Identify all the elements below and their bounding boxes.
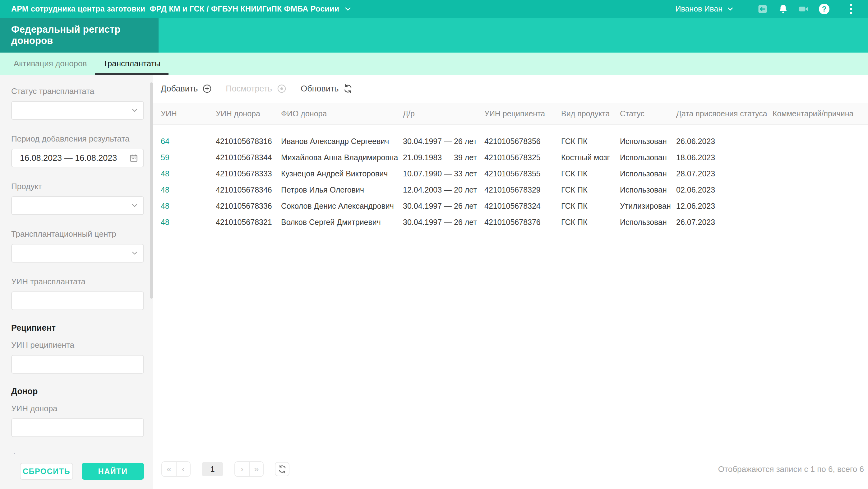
col-birth[interactable]: Д/р <box>403 109 484 118</box>
table-row[interactable]: 59 4210105678344 Михайлова Анна Владимир… <box>161 149 868 166</box>
table-row[interactable]: 48 4210105678336 Соколов Денис Александр… <box>161 198 868 214</box>
search-button[interactable]: НАЙТИ <box>82 463 144 480</box>
view-button[interactable]: Посмотреть <box>226 83 287 94</box>
bell-icon[interactable] <box>777 3 789 15</box>
col-status[interactable]: Статус <box>620 109 676 118</box>
status-cell: Использован <box>620 137 676 146</box>
birth-cell: 30.04.1997 — 26 лет <box>403 202 484 210</box>
birth-cell: 21.09.1983 — 39 лет <box>403 153 484 162</box>
donor-uin-cell: 4210105678316 <box>216 137 281 146</box>
uin-link[interactable]: 48 <box>161 218 216 227</box>
calendar-icon[interactable] <box>129 153 138 163</box>
result-period-input[interactable] <box>11 149 144 167</box>
col-donor-uin[interactable]: УИН донора <box>216 109 281 118</box>
transplant-status-select[interactable] <box>11 101 144 120</box>
current-page-button[interactable]: 1 <box>202 462 223 476</box>
uin-donor-label: УИН донора <box>11 404 144 413</box>
recipient-section-title: Реципиент <box>11 323 144 333</box>
donor-name-cell: Петров Илья Олегович <box>281 185 403 194</box>
donor-name-cell: Кузнецов Андрей Викторович <box>281 169 403 178</box>
donor-uin-cell: 4210105678321 <box>216 218 281 227</box>
col-product[interactable]: Вид продукта <box>561 109 620 118</box>
uin-link[interactable]: 48 <box>161 185 216 194</box>
uin-link[interactable]: 48 <box>161 169 216 178</box>
plus-circle-icon <box>202 84 212 94</box>
donor-name-cell: Волков Сергей Дмитриевич <box>281 218 403 227</box>
records-info: Отображаются записи с 1 по 6, всего 6 <box>718 464 864 474</box>
status-date-cell: 28.07.2023 <box>676 169 773 178</box>
product-select[interactable] <box>11 196 144 215</box>
product-cell: ГСК ПК <box>561 169 620 178</box>
result-period-label: Период добавления результата <box>11 134 144 144</box>
user-menu[interactable]: Иванов Иван <box>676 4 735 13</box>
table-row[interactable]: 64 4210105678316 Иванов Александр Сергее… <box>161 133 868 149</box>
uin-transplant-input[interactable] <box>11 291 144 310</box>
donor-section-title: Донор <box>11 387 144 396</box>
page-header-box: Федеральный регистр доноров <box>0 18 159 53</box>
topbar-actions: Иванов Иван ? <box>676 3 857 15</box>
col-status-date[interactable]: Дата присвоения статуса <box>676 109 773 118</box>
uin-recipient-input[interactable] <box>11 355 144 374</box>
product-cell: Костный мозг <box>561 153 620 162</box>
transplant-center-select[interactable] <box>11 244 144 262</box>
col-donor-name[interactable]: ФИО донора <box>281 109 403 118</box>
col-recipient-uin[interactable]: УИН реципиента <box>484 109 561 118</box>
status-date-cell: 02.06.2023 <box>676 185 773 194</box>
birth-cell: 30.04.1997 — 26 лет <box>403 218 484 227</box>
sidebar-scrollbar[interactable] <box>150 82 153 298</box>
recipient-uin-cell: 4210105678325 <box>484 153 561 162</box>
next-page-button[interactable]: › <box>235 462 249 476</box>
birth-cell: 30.04.1997 — 26 лет <box>403 137 484 146</box>
prev-page-button[interactable]: ‹ <box>176 462 190 476</box>
tab-transplants[interactable]: Трансплантаты <box>95 53 168 75</box>
eye-icon <box>276 83 287 94</box>
uin-donor-input[interactable] <box>11 419 144 437</box>
filter-actions: СБРОСИТЬ НАЙТИ <box>0 454 153 489</box>
status-cell: Использован <box>620 218 676 227</box>
col-uin[interactable]: УИН <box>161 109 216 118</box>
uin-link[interactable]: 48 <box>161 202 216 210</box>
recipient-uin-cell: 4210105678355 <box>484 169 561 178</box>
donor-uin-cell: 4210105678346 <box>216 185 281 194</box>
pagination-forward-group: › » <box>235 461 264 477</box>
add-button[interactable]: Добавить <box>161 84 212 94</box>
reset-button[interactable]: СБРОСИТЬ <box>20 463 73 480</box>
refresh-icon <box>278 464 287 474</box>
chevron-down-icon <box>131 108 138 113</box>
table-row[interactable]: 48 4210105678321 Волков Сергей Дмитриеви… <box>161 214 868 230</box>
transplant-center-label: Трансплантационный центр <box>11 229 144 239</box>
logout-icon[interactable] <box>757 3 769 15</box>
recipient-uin-cell: 4210105678324 <box>484 202 561 210</box>
pagination-back-group: « ‹ <box>161 461 191 477</box>
video-camera-icon[interactable] <box>798 3 810 15</box>
donor-uin-cell: 4210105678333 <box>216 169 281 178</box>
result-period-field <box>11 149 144 167</box>
refresh-button[interactable]: Обновить <box>301 84 353 94</box>
uin-link[interactable]: 59 <box>161 153 216 162</box>
product-cell: ГСК ПК <box>561 218 620 227</box>
col-comment[interactable]: Комментарий/причина <box>773 109 868 118</box>
donor-name-cell: Михайлова Анна Владимировна <box>281 153 403 162</box>
status-cell: Использован <box>620 185 676 194</box>
table-row[interactable]: 48 4210105678346 Петров Илья Олегович 12… <box>161 182 868 198</box>
app-context-switcher[interactable]: АРМ сотрудника центра заготовки ФРД КМ и… <box>11 4 352 13</box>
tab-donor-activation[interactable]: Активация доноров <box>6 53 95 75</box>
uin-transplant-label: УИН трансплантата <box>11 277 144 287</box>
help-glyph: ? <box>819 4 830 14</box>
recipient-uin-cell: 4210105678329 <box>484 185 561 194</box>
filter-sidebar: Статус трансплантата Период добавления р… <box>0 75 153 489</box>
uin-link[interactable]: 64 <box>161 137 216 146</box>
reload-table-button[interactable] <box>275 462 289 476</box>
last-page-button[interactable]: » <box>249 462 263 476</box>
help-icon[interactable]: ? <box>818 3 830 15</box>
tabbar: Активация доноров Трансплантаты <box>0 53 868 75</box>
status-date-cell: 26.06.2023 <box>676 137 773 146</box>
first-page-button[interactable]: « <box>162 462 176 476</box>
donor-name-cell: Соколов Денис Александрович <box>281 202 403 210</box>
refresh-icon <box>343 84 353 94</box>
filter-form: Статус трансплантата Период добавления р… <box>0 75 153 489</box>
page-title: Федеральный регистр доноров <box>11 24 159 46</box>
kebab-menu-icon[interactable] <box>845 3 857 15</box>
table-row[interactable]: 48 4210105678333 Кузнецов Андрей Викторо… <box>161 166 868 182</box>
donor-name-cell: Иванов Александр Сергеевич <box>281 137 403 146</box>
